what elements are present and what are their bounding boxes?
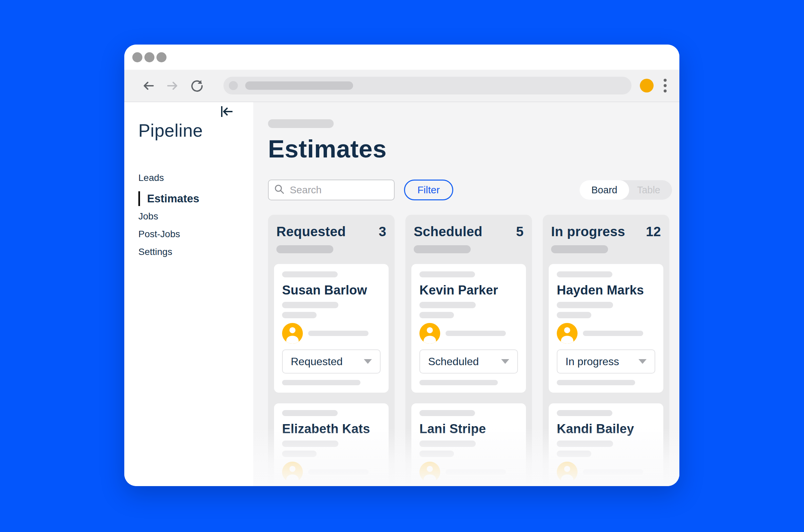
estimate-card[interactable]: Lani Stripe: [411, 403, 526, 486]
sidebar-item-label: Settings: [138, 247, 172, 257]
reload-icon[interactable]: [190, 79, 204, 93]
card-name: Susan Barlow: [282, 283, 381, 298]
favicon-placeholder: [229, 81, 238, 90]
column-subtitle-placeholder: [276, 245, 333, 253]
sidebar-item-label: Leads: [138, 173, 164, 183]
active-indicator-bar: [138, 191, 140, 206]
status-dropdown[interactable]: In progress: [557, 349, 655, 374]
skeleton-line: [583, 331, 643, 336]
browser-menu-icon[interactable]: [662, 77, 668, 94]
address-bar[interactable]: [224, 77, 631, 94]
estimate-card[interactable]: Susan Barlow Requested: [274, 264, 389, 393]
card-name: Elizabeth Kats: [282, 422, 381, 436]
toggle-table[interactable]: Table: [629, 180, 672, 200]
status-dropdown[interactable]: Requested: [282, 349, 381, 374]
skeleton-line: [557, 451, 591, 457]
status-value: Scheduled: [428, 356, 479, 368]
breadcrumb-placeholder: [268, 119, 334, 128]
view-toggle: Board Table: [579, 180, 672, 200]
sidebar-item-jobs[interactable]: Jobs: [138, 211, 253, 222]
skeleton-line: [557, 312, 591, 318]
person-avatar-icon: [557, 462, 577, 482]
column-requested: Requested 3 Susan Barlow: [268, 215, 395, 486]
browser-nav-icons: [142, 79, 204, 93]
column-subtitle-placeholder: [551, 245, 608, 253]
skeleton-line: [583, 469, 643, 475]
skeleton-line: [557, 271, 612, 278]
person-avatar-icon: [282, 462, 303, 482]
skeleton-line: [282, 312, 317, 318]
column-count: 3: [379, 224, 386, 239]
card-name: Kevin Parker: [419, 283, 518, 298]
assignee-row: [557, 462, 655, 482]
window-close-button[interactable]: [132, 52, 142, 62]
sidebar-item-label: Estimates: [147, 191, 199, 206]
search-icon: [274, 184, 285, 196]
app-title: Pipeline: [138, 120, 253, 141]
column-header: Requested 3: [274, 224, 389, 239]
window-titlebar: [124, 44, 679, 70]
window-minimize-button[interactable]: [145, 52, 154, 62]
toolbar-right: [640, 70, 668, 101]
main-content: Estimates Filter Board Table: [253, 102, 679, 486]
sidebar-item-post-jobs[interactable]: Post-Jobs: [138, 229, 253, 239]
forward-icon[interactable]: [166, 79, 179, 92]
search-input[interactable]: [289, 184, 384, 196]
sidebar-item-estimates[interactable]: Estimates: [138, 191, 253, 206]
sidebar-collapse-icon[interactable]: [219, 104, 234, 119]
skeleton-line: [419, 312, 454, 318]
assignee-row: [419, 323, 518, 344]
column-count: 12: [646, 224, 661, 239]
status-value: In progress: [566, 356, 619, 368]
skeleton-line: [557, 302, 613, 308]
column-scheduled: Scheduled 5 Kevin Parker: [405, 215, 532, 486]
skeleton-line: [419, 410, 475, 416]
assignee-row: [282, 323, 381, 344]
filter-button[interactable]: Filter: [404, 179, 453, 200]
sidebar: Pipeline Leads Estimates Jobs Post-Jobs …: [124, 102, 253, 486]
skeleton-line: [557, 410, 612, 416]
estimate-card[interactable]: Elizabeth Kats: [274, 403, 389, 486]
skeleton-line: [308, 331, 368, 336]
browser-toolbar: [124, 70, 679, 102]
skeleton-line: [282, 451, 317, 457]
skeleton-line: [282, 271, 338, 278]
controls-row: Filter Board Table: [268, 179, 679, 200]
back-icon[interactable]: [142, 79, 155, 92]
estimate-card[interactable]: Hayden Marks In progress: [549, 264, 663, 393]
person-avatar-icon: [282, 323, 303, 344]
skeleton-line: [445, 331, 506, 336]
kanban-board: Requested 3 Susan Barlow: [268, 215, 679, 486]
card-name: Kandi Bailey: [557, 422, 655, 436]
skeleton-line: [282, 380, 361, 385]
window-maximize-button[interactable]: [156, 52, 167, 62]
column-title: Scheduled: [414, 224, 482, 239]
assignee-row: [557, 323, 655, 344]
person-avatar-icon: [557, 323, 577, 344]
skeleton-line: [419, 271, 475, 278]
skeleton-line: [282, 302, 338, 308]
sidebar-item-settings[interactable]: Settings: [138, 247, 253, 257]
card-name: Lani Stripe: [419, 422, 518, 436]
estimate-card[interactable]: Kandi Bailey: [549, 403, 663, 486]
column-header: Scheduled 5: [411, 224, 526, 239]
column-title: Requested: [276, 224, 346, 239]
skeleton-line: [308, 469, 368, 475]
profile-avatar-icon[interactable]: [640, 79, 654, 93]
search-box[interactable]: [268, 179, 395, 200]
toggle-board[interactable]: Board: [579, 180, 629, 200]
card-name: Hayden Marks: [557, 283, 655, 298]
skeleton-line: [445, 469, 506, 475]
column-subtitle-placeholder: [414, 245, 471, 253]
skeleton-line: [419, 380, 498, 385]
assignee-row: [419, 462, 518, 482]
sidebar-item-leads[interactable]: Leads: [138, 173, 253, 183]
column-title: In progress: [551, 224, 625, 239]
sidebar-item-label: Jobs: [138, 211, 158, 222]
status-dropdown[interactable]: Scheduled: [419, 349, 518, 374]
person-avatar-icon: [419, 462, 440, 482]
estimate-card[interactable]: Kevin Parker Scheduled: [411, 264, 526, 393]
person-avatar-icon: [419, 323, 440, 344]
status-value: Requested: [291, 356, 343, 368]
skeleton-line: [557, 380, 635, 385]
